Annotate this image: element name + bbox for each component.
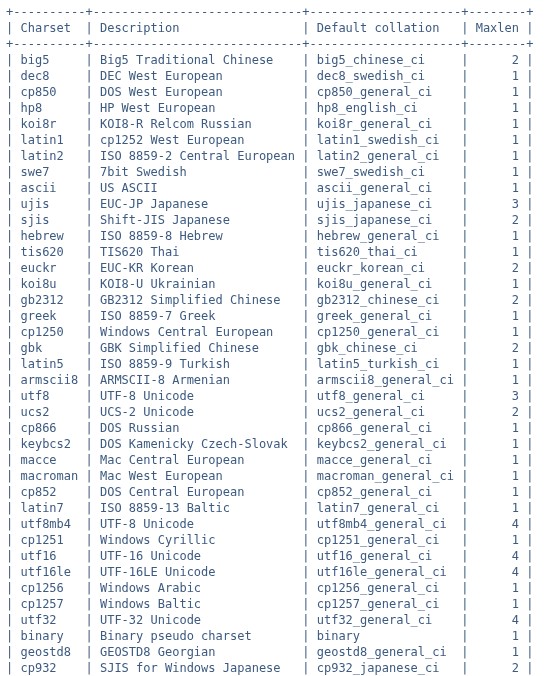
cell-collation: utf16le_general_ci [317, 565, 454, 579]
cell-collation: utf16_general_ci [317, 549, 454, 563]
cell-collation: geostd8_general_ci [317, 645, 454, 659]
cell-maxlen: 1 [476, 469, 519, 483]
cell-charset: cp1257 [20, 597, 78, 611]
table-row: | cp852 | DOS Central European | cp852_g… [6, 484, 544, 500]
cell-maxlen: 2 [476, 661, 519, 675]
cell-maxlen: 1 [476, 101, 519, 115]
cell-maxlen: 1 [476, 245, 519, 259]
cell-maxlen: 1 [476, 581, 519, 595]
cell-maxlen: 1 [476, 533, 519, 547]
cell-description: DEC West European [100, 69, 295, 83]
cell-description: Big5 Traditional Chinese [100, 53, 295, 67]
table-row: | latin2 | ISO 8859-2 Central European |… [6, 148, 544, 164]
cell-description: Binary pseudo charset [100, 629, 295, 643]
table-row: | hebrew | ISO 8859-8 Hebrew | hebrew_ge… [6, 228, 544, 244]
cell-maxlen: 1 [476, 133, 519, 147]
table-row: | utf32 | UTF-32 Unicode | utf32_general… [6, 612, 544, 628]
cell-maxlen: 1 [476, 181, 519, 195]
cell-charset: armscii8 [20, 373, 78, 387]
cell-description: DOS Kamenicky Czech-Slovak [100, 437, 295, 451]
cell-maxlen: 1 [476, 437, 519, 451]
table-row: | greek | ISO 8859-7 Greek | greek_gener… [6, 308, 544, 324]
cell-maxlen: 2 [476, 341, 519, 355]
cell-maxlen: 1 [476, 501, 519, 515]
cell-maxlen: 3 [476, 389, 519, 403]
cell-charset: hebrew [20, 229, 78, 243]
cell-maxlen: 1 [476, 117, 519, 131]
cell-charset: dec8 [20, 69, 78, 83]
cell-description: Mac West European [100, 469, 295, 483]
cell-maxlen: 4 [476, 613, 519, 627]
cell-description: cp1252 West European [100, 133, 295, 147]
cell-collation: ujis_japanese_ci [317, 197, 454, 211]
table-row: | binary | Binary pseudo charset | binar… [6, 628, 544, 644]
table-row: | koi8r | KOI8-R Relcom Russian | koi8r_… [6, 116, 544, 132]
table-row: | gb2312 | GB2312 Simplified Chinese | g… [6, 292, 544, 308]
cell-collation: binary [317, 629, 454, 643]
header-collation: Default collation [317, 21, 454, 35]
cell-charset: swe7 [20, 165, 78, 179]
cell-maxlen: 2 [476, 213, 519, 227]
cell-collation: latin7_general_ci [317, 501, 454, 515]
cell-charset: geostd8 [20, 645, 78, 659]
cell-collation: cp850_general_ci [317, 85, 454, 99]
cell-collation: hebrew_general_ci [317, 229, 454, 243]
cell-maxlen: 1 [476, 149, 519, 163]
cell-charset: cp866 [20, 421, 78, 435]
table-row: | geostd8 | GEOSTD8 Georgian | geostd8_g… [6, 644, 544, 660]
cell-description: HP West European [100, 101, 295, 115]
cell-description: Windows Arabic [100, 581, 295, 595]
cell-charset: ascii [20, 181, 78, 195]
cell-collation: latin2_general_ci [317, 149, 454, 163]
cell-charset: latin2 [20, 149, 78, 163]
cell-description: KOI8-U Ukrainian [100, 277, 295, 291]
cell-collation: cp1256_general_ci [317, 581, 454, 595]
cell-charset: cp852 [20, 485, 78, 499]
cell-collation: big5_chinese_ci [317, 53, 454, 67]
cell-collation: swe7_swedish_ci [317, 165, 454, 179]
cell-description: DOS Russian [100, 421, 295, 435]
table-row: | big5 | Big5 Traditional Chinese | big5… [6, 52, 544, 68]
table-row: | ucs2 | UCS-2 Unicode | ucs2_general_ci… [6, 404, 544, 420]
cell-description: GEOSTD8 Georgian [100, 645, 295, 659]
cell-charset: utf8mb4 [20, 517, 78, 531]
cell-description: UTF-8 Unicode [100, 517, 295, 531]
cell-maxlen: 1 [476, 485, 519, 499]
table-row: | armscii8 | ARMSCII-8 Armenian | armsci… [6, 372, 544, 388]
cell-collation: ascii_general_ci [317, 181, 454, 195]
table-row: | euckr | EUC-KR Korean | euckr_korean_c… [6, 260, 544, 276]
table-row: | cp932 | SJIS for Windows Japanese | cp… [6, 660, 544, 676]
cell-maxlen: 1 [476, 645, 519, 659]
cell-description: UTF-8 Unicode [100, 389, 295, 403]
table-row: | cp1256 | Windows Arabic | cp1256_gener… [6, 580, 544, 596]
cell-description: Mac Central European [100, 453, 295, 467]
cell-maxlen: 2 [476, 293, 519, 307]
table-row: | koi8u | KOI8-U Ukrainian | koi8u_gener… [6, 276, 544, 292]
table-row: | utf8mb4 | UTF-8 Unicode | utf8mb4_gene… [6, 516, 544, 532]
cell-collation: cp852_general_ci [317, 485, 454, 499]
cell-charset: utf16le [20, 565, 78, 579]
charset-table: +----------+----------------------------… [0, 0, 550, 676]
cell-charset: gb2312 [20, 293, 78, 307]
cell-charset: ujis [20, 197, 78, 211]
cell-description: ISO 8859-7 Greek [100, 309, 295, 323]
cell-collation: macce_general_ci [317, 453, 454, 467]
cell-maxlen: 2 [476, 405, 519, 419]
table-separator: +----------+----------------------------… [6, 4, 544, 20]
cell-description: UCS-2 Unicode [100, 405, 295, 419]
cell-charset: macce [20, 453, 78, 467]
cell-maxlen: 1 [476, 165, 519, 179]
cell-charset: latin7 [20, 501, 78, 515]
cell-charset: binary [20, 629, 78, 643]
table-row: | cp1250 | Windows Central European | cp… [6, 324, 544, 340]
cell-charset: cp1250 [20, 325, 78, 339]
cell-description: US ASCII [100, 181, 295, 195]
table-row: | ujis | EUC-JP Japanese | ujis_japanese… [6, 196, 544, 212]
header-description: Description [100, 21, 295, 35]
cell-description: 7bit Swedish [100, 165, 295, 179]
cell-maxlen: 4 [476, 565, 519, 579]
cell-description: DOS West European [100, 85, 295, 99]
table-row: | latin1 | cp1252 West European | latin1… [6, 132, 544, 148]
cell-maxlen: 1 [476, 597, 519, 611]
table-row: | swe7 | 7bit Swedish | swe7_swedish_ci … [6, 164, 544, 180]
